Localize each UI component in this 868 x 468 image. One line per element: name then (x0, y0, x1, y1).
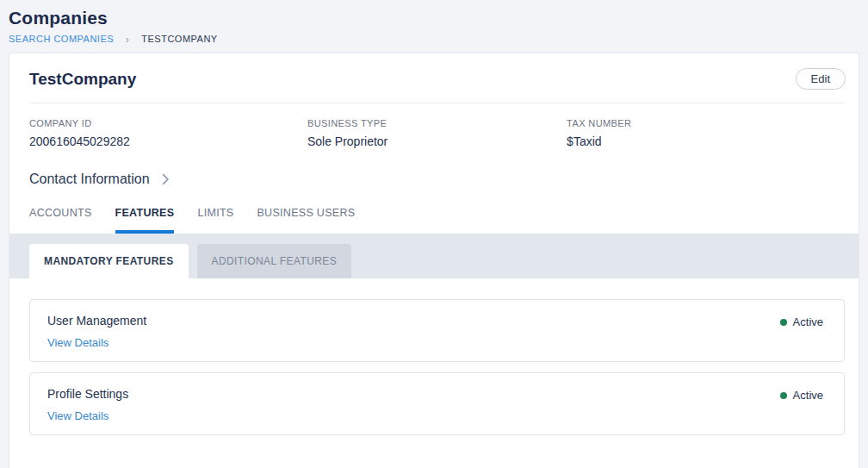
company-detail-card: TestCompany Edit COMPANY ID 200616045029… (9, 53, 859, 468)
field-value: 200616045029282 (29, 134, 307, 148)
chevron-right-icon (162, 173, 170, 185)
subtab-additional-features[interactable]: ADDITIONAL FEATURES (197, 244, 352, 278)
features-subtab-band: MANDATORY FEATURES ADDITIONAL FEATURES (9, 234, 859, 278)
status-dot-icon (780, 319, 787, 326)
feature-name: User Management (47, 314, 146, 328)
field-value: $Taxid (567, 134, 845, 148)
features-list: User Management View Details Active Prof… (9, 278, 859, 435)
page-header: Companies SEARCH COMPANIES › TESTCOMPANY (0, 0, 868, 44)
feature-card-user-management: User Management View Details Active (29, 299, 845, 362)
field-business-type: BUSINESS TYPE Sole Proprietor (307, 118, 567, 148)
tab-business-users[interactable]: BUSINESS USERS (257, 207, 355, 234)
view-details-link[interactable]: View Details (47, 336, 108, 349)
status-badge: Active (780, 315, 823, 328)
company-fields: COMPANY ID 200616045029282 BUSINESS TYPE… (9, 103, 859, 148)
tab-accounts[interactable]: ACCOUNTS (29, 207, 92, 234)
status-badge: Active (780, 389, 823, 402)
page-title: Companies (9, 8, 868, 28)
status-text: Active (793, 315, 823, 328)
breadcrumb-link-search-companies[interactable]: SEARCH COMPANIES (9, 34, 114, 44)
view-details-link[interactable]: View Details (47, 409, 108, 422)
subtab-mandatory-features[interactable]: MANDATORY FEATURES (29, 244, 189, 278)
field-label: TAX NUMBER (567, 118, 845, 128)
breadcrumb-current: TESTCOMPANY (141, 34, 217, 44)
field-value: Sole Proprietor (307, 134, 567, 148)
breadcrumb: SEARCH COMPANIES › TESTCOMPANY (9, 34, 868, 44)
tab-limits[interactable]: LIMITS (197, 207, 233, 234)
feature-card-profile-settings: Profile Settings View Details Active (29, 372, 845, 435)
contact-information-toggle[interactable]: Contact Information (9, 172, 859, 187)
tab-features[interactable]: FEATURES (115, 207, 175, 234)
company-title-row: TestCompany Edit (9, 53, 859, 103)
company-tabs: ACCOUNTS FEATURES LIMITS BUSINESS USERS (9, 207, 859, 234)
field-tax-number: TAX NUMBER $Taxid (567, 118, 845, 148)
feature-card-left: Profile Settings View Details (47, 387, 128, 423)
breadcrumb-chevron-icon: › (126, 33, 129, 45)
feature-name: Profile Settings (47, 387, 128, 401)
field-company-id: COMPANY ID 200616045029282 (29, 118, 307, 148)
company-name: TestCompany (29, 70, 136, 89)
contact-information-label: Contact Information (29, 172, 150, 187)
status-dot-icon (780, 392, 787, 399)
field-label: BUSINESS TYPE (307, 118, 567, 128)
field-label: COMPANY ID (29, 118, 307, 128)
feature-card-left: User Management View Details (47, 314, 146, 350)
status-text: Active (793, 389, 823, 402)
edit-button[interactable]: Edit (796, 68, 846, 90)
